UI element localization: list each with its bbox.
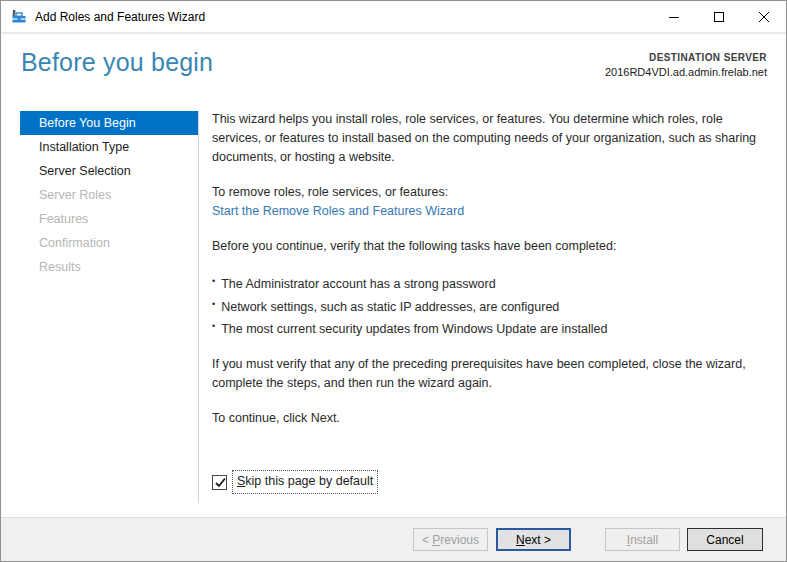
destination-server-block: DESTINATION SERVER 2016RD4VDI.ad.admin.f… bbox=[605, 52, 767, 78]
intro-paragraph: This wizard helps you install roles, rol… bbox=[212, 110, 768, 167]
prerequisite-list: •The Administrator account has a strong … bbox=[212, 272, 768, 340]
minimize-button[interactable] bbox=[651, 1, 696, 32]
bullet-icon: • bbox=[212, 317, 215, 337]
install-button[interactable]: Install bbox=[605, 528, 680, 551]
continue-line: To continue, click Next. bbox=[212, 409, 768, 428]
step-features: Features bbox=[20, 207, 198, 231]
title-bar[interactable]: Add Roles and Features Wizard bbox=[1, 1, 786, 34]
bullet-icon: • bbox=[212, 272, 215, 292]
cancel-button[interactable]: Cancel bbox=[687, 528, 763, 551]
list-item: •Network settings, such as static IP add… bbox=[212, 295, 768, 318]
maximize-button[interactable] bbox=[696, 1, 741, 32]
step-before-you-begin[interactable]: Before You Begin bbox=[20, 111, 198, 135]
skip-page-checkbox[interactable] bbox=[212, 475, 227, 490]
list-item: •The Administrator account has a strong … bbox=[212, 272, 768, 295]
page-title: Before you begin bbox=[21, 48, 213, 77]
previous-button[interactable]: < Previous bbox=[413, 528, 488, 551]
checkmark-icon bbox=[213, 475, 228, 490]
wizard-toolbox-icon bbox=[11, 9, 27, 25]
list-item: •The most current security updates from … bbox=[212, 317, 768, 340]
step-results: Results bbox=[20, 255, 198, 279]
verify-line: Before you continue, verify that the fol… bbox=[212, 237, 768, 256]
skip-page-label[interactable]: Skip this page by default bbox=[232, 470, 378, 494]
window-title: Add Roles and Features Wizard bbox=[35, 10, 205, 24]
wizard-body: Before You Begin Installation Type Serve… bbox=[1, 96, 786, 517]
wizard-steps-sidebar: Before You Begin Installation Type Serve… bbox=[1, 96, 198, 517]
step-installation-type[interactable]: Installation Type bbox=[20, 135, 198, 159]
skip-page-row: Skip this page by default bbox=[212, 470, 378, 494]
note-paragraph: If you must verify that any of the prece… bbox=[212, 355, 768, 393]
step-server-selection[interactable]: Server Selection bbox=[20, 159, 198, 183]
remove-roles-link[interactable]: Start the Remove Roles and Features Wiza… bbox=[212, 202, 464, 221]
destination-server-name: 2016RD4VDI.ad.admin.frelab.net bbox=[605, 66, 767, 78]
next-button[interactable]: Next > bbox=[496, 528, 571, 551]
close-button[interactable] bbox=[741, 1, 786, 32]
wizard-footer: < Previous Next > Install Cancel bbox=[1, 517, 786, 561]
bullet-icon: • bbox=[212, 295, 215, 315]
wizard-content: This wizard helps you install roles, rol… bbox=[199, 96, 786, 517]
wizard-window: Add Roles and Features Wizard Before you… bbox=[0, 0, 787, 562]
wizard-header: Before you begin DESTINATION SERVER 2016… bbox=[1, 34, 786, 96]
remove-roles-line: To remove roles, role services, or featu… bbox=[212, 183, 768, 202]
step-server-roles: Server Roles bbox=[20, 183, 198, 207]
destination-server-label: DESTINATION SERVER bbox=[605, 52, 767, 63]
step-confirmation: Confirmation bbox=[20, 231, 198, 255]
